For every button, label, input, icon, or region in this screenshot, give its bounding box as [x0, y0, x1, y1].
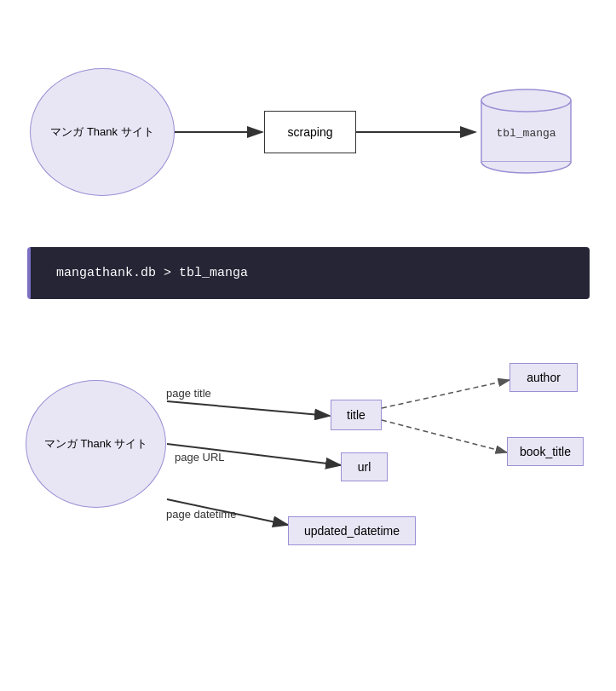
top-circle-node: マンガ Thank サイト: [30, 68, 175, 196]
svg-point-4: [481, 89, 571, 112]
updated-datetime-rect: updated_datetime: [288, 516, 416, 545]
db-cylinder: tbl_manga: [477, 85, 575, 179]
top-circle-label: マンガ Thank サイト: [50, 124, 153, 140]
svg-line-12: [382, 420, 507, 452]
code-text: mangathank.db > tbl_manga: [56, 266, 248, 280]
svg-line-8: [167, 401, 330, 416]
scraping-label: scraping: [288, 125, 333, 139]
title-label: title: [347, 408, 366, 422]
author-rect: author: [509, 363, 578, 392]
page-title-label: page title: [166, 387, 211, 400]
page-url-label: page URL: [175, 451, 225, 464]
top-diagram: マンガ Thank サイト scraping tbl_manga: [0, 0, 616, 247]
url-rect: url: [341, 452, 388, 481]
svg-line-11: [382, 380, 509, 408]
bottom-circle-node: マンガ Thank サイト: [26, 380, 166, 508]
book-title-rect: book_title: [507, 437, 584, 466]
db-label: tbl_manga: [496, 127, 556, 140]
author-label: author: [527, 371, 561, 384]
scraping-rect: scraping: [264, 111, 356, 153]
title-rect: title: [331, 400, 382, 430]
page-datetime-label: page datetime: [166, 508, 236, 521]
url-label: url: [358, 460, 371, 474]
code-block: mangathank.db > tbl_manga: [27, 247, 590, 299]
bottom-circle-label: マンガ Thank サイト: [44, 436, 147, 452]
code-block-section: mangathank.db > tbl_manga: [0, 247, 616, 325]
bottom-diagram: page title page URL page datetime マンガ Th…: [0, 333, 616, 606]
updated-datetime-label: updated_datetime: [304, 524, 400, 538]
book-title-label: book_title: [520, 445, 571, 458]
